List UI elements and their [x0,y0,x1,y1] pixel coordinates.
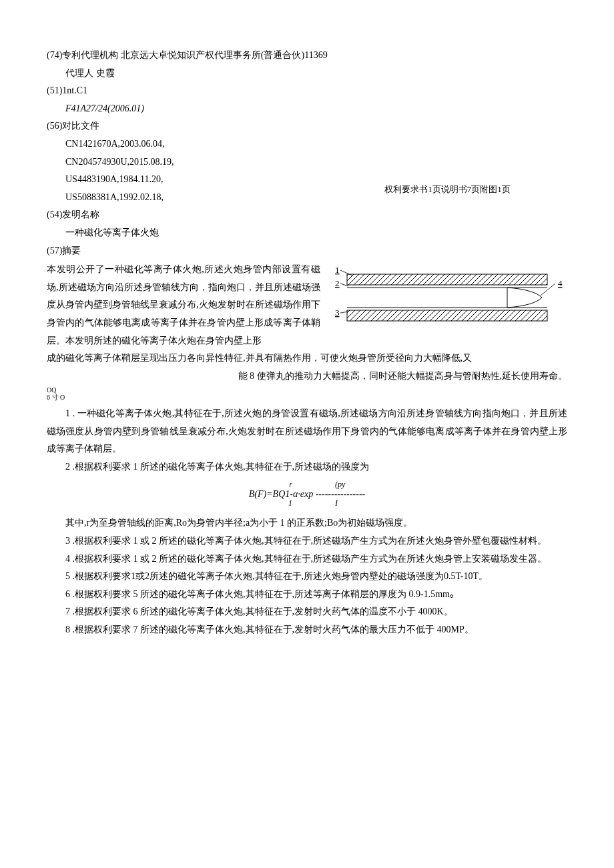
svg-line-5 [340,270,352,276]
cited-1: CN204574930U,2015.08.19, [47,153,318,171]
abstract-block: 本发明公开了一种磁化等离子体火炮,所述火炮身管内部设置有磁场,所述磁场方向沿所述… [47,261,567,350]
biblio-block: (74)专利代理机构 北京远大卓悦知识产权代理事务所(普通合伙)11369 代理… [47,47,567,260]
svg-rect-1 [347,310,547,321]
fig-label-1: 1 [335,268,340,275]
cited-0: CN1421670A,2003.06.04, [47,135,318,153]
claims-block: 1 . 一种磁化等离子体火炮,其特征在于,所述火炮的身管设置有磁场,所述磁场方向… [47,405,567,638]
side-note-l2: 6 寸 O [47,394,567,401]
side-note: OQ 6 寸 O [47,386,567,401]
agent-value: 史霞 [96,68,115,78]
intcl-label: (51)1nt.C1 [47,82,567,100]
abstract-p3: 能 8 使弹丸的推动力大幅提高，同时还能大幅提高身与管耐热性,延长使用寿命。 [47,368,567,386]
cited-label: (56)对比文件 [47,117,318,135]
claim-4: 4 .根据权利要求 1 或 2 所述的磁化等离子体火炮,其特征在于,所述磁场产生… [47,550,567,568]
agency-line: (74)专利代理机构 北京远大卓悦知识产权代理事务所(普通合伙)11369 [47,47,567,65]
title-label: (54)发明名称 [47,206,567,224]
claim-7: 7 .根据权利要求 6 所述的磁化等离子体火炮,其特征在于,发射时火药气体的温度… [47,603,567,621]
cited-2: US4483190A,1984.11.20, [47,171,318,189]
formula-bot-right: I [335,499,375,508]
claim-6: 6 .根据权利要求 5 所述的磁化等离子体火炮,其特征在于,所述等离子体鞘层的厚… [47,586,567,604]
formula-top-right: (py [335,480,375,489]
intcl-value: F41A27/24(2006.01) [47,100,567,118]
agent-line: 代理人 史霞 [47,65,567,83]
fig-label-2: 2 [335,278,340,288]
agent-label: 代理人 [65,68,93,78]
formula: r (py B(F)=BQ1-α·exp ---------------- 1 … [47,480,567,508]
cited-3: US5088381A,1992.02.18, [47,189,318,207]
svg-line-8 [541,284,555,296]
agency-value: 北京远大卓悦知识产权代理事务所(普通合伙)11369 [121,50,328,60]
figure-svg: 1 2 3 4 [334,268,567,331]
fig-label-3: 3 [335,308,340,318]
claim-1: 1 . 一种磁化等离子体火炮,其特征在于,所述火炮的身管设置有磁场,所述磁场方向… [47,405,567,458]
claim-3: 3 .根据权利要求 1 或 2 所述的磁化等离子体火炮,其特征在于,所述磁场产生… [47,532,567,550]
claim-5: 5 .根据权利要求1或2所述的磁化等离子体火炮,其特征在于,所述火炮身管内壁处的… [47,568,567,586]
claim-8: 8 .根据权利要求 7 所述的磁化等离子体火炮,其特征在于,发射时火药气体的最大… [47,621,567,639]
abstract-p2: 成的磁化等离子体鞘层呈现出压力各向异性特征,并具有隔热作用，可使火炮身管所受径向… [47,350,567,368]
claim-2b: 其中,r为至身管轴线的距离,Ro为身管内半径;a为小于 1 的正系数;Bo为初始… [47,514,567,532]
abstract-label: (57)摘要 [47,242,567,260]
agency-label: (74)专利代理机构 [47,50,118,60]
svg-rect-0 [347,274,547,285]
formula-mid: B(F)=BQ1-α·exp ---------------- [249,489,366,499]
formula-top-left: r [239,480,292,489]
side-note-l1: OQ [47,386,567,394]
title-value: 一种磁化等离子体火炮 [47,224,567,242]
formula-bot-left: 1 [239,499,292,508]
page-counts: 权利要求书1页说明书7页附图1页 [328,181,567,198]
abstract-p1: 本发明公开了一种磁化等离子体火炮,所述火炮身管内部设置有磁场,所述磁场方向沿所述… [47,261,320,350]
patent-figure: 1 2 3 4 [334,261,567,350]
claim-2: 2 .根据权利要求 1 所述的磁化等离子体火炮,其特征在于,所述磁场的强度为 [47,458,567,476]
fig-label-4: 4 [558,278,563,288]
